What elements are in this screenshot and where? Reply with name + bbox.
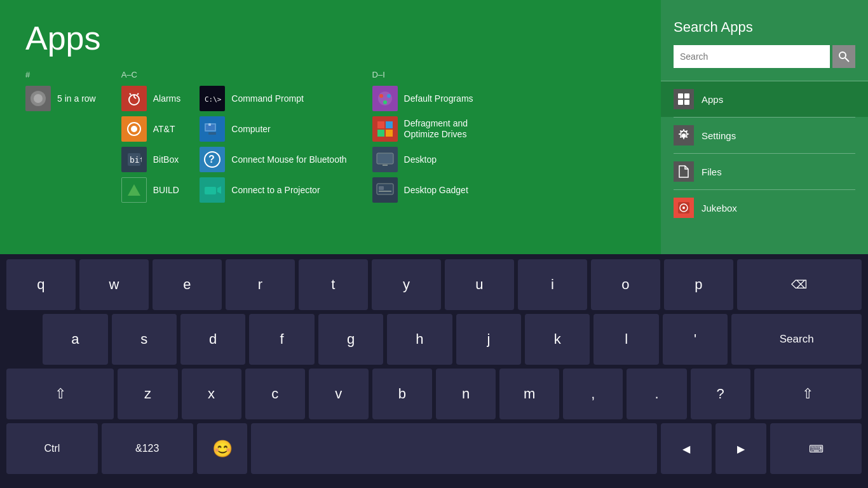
key-question[interactable]: ? — [691, 369, 750, 419]
key-z[interactable]: z — [118, 369, 177, 419]
section-hash-label: # — [25, 70, 96, 79]
key-search[interactable]: Search — [731, 314, 862, 365]
key-q[interactable]: q — [6, 259, 76, 310]
key-right[interactable]: ▶ — [715, 423, 766, 474]
key-l[interactable]: l — [593, 314, 658, 365]
app-connect-mouse-icon: ? — [200, 147, 225, 172]
category-apps-icon — [674, 89, 694, 109]
key-x[interactable]: x — [182, 369, 241, 419]
svg-text:?: ? — [208, 154, 215, 165]
category-settings[interactable]: Settings — [661, 118, 868, 153]
app-defrag[interactable]: Defragment andOptimize Drives — [372, 116, 473, 142]
key-v[interactable]: v — [309, 369, 369, 419]
key-left[interactable]: ◀ — [661, 423, 712, 474]
svg-line-36 — [845, 58, 849, 62]
app-att[interactable]: AT&T — [121, 116, 181, 142]
key-apostrophe[interactable]: ' — [663, 314, 728, 365]
app-connect-projector[interactable]: Connect to a Projector — [200, 177, 346, 203]
key-s[interactable]: s — [112, 314, 177, 365]
app-computer[interactable]: Computer — [200, 116, 346, 142]
key-backspace[interactable]: ⌫ — [737, 259, 862, 310]
section-ac: A–C Alarms AT&T — [121, 70, 347, 203]
app-bitbox[interactable]: bit BitBox — [121, 147, 181, 172]
key-r[interactable]: r — [226, 259, 295, 310]
key-shift-left[interactable]: ⇧ — [6, 369, 114, 419]
app-default-programs-label: Default Programs — [404, 93, 473, 104]
key-o[interactable]: o — [591, 259, 660, 310]
app-desktop-label: Desktop — [404, 154, 437, 165]
key-period[interactable]: . — [627, 369, 686, 419]
key-d[interactable]: d — [180, 314, 245, 365]
category-files-label: Files — [702, 166, 722, 177]
app-desktop-gadget[interactable]: Desktop Gadget — [372, 177, 473, 203]
key-j[interactable]: j — [456, 314, 521, 365]
search-input[interactable] — [674, 45, 830, 68]
page-title: Apps — [25, 19, 635, 57]
category-files-icon — [674, 161, 694, 182]
keyboard-area: q w e r t y u i o p ⌫ a s d f g h j k l … — [0, 254, 868, 488]
category-jukebox[interactable]: Jukebox — [661, 190, 868, 226]
category-files[interactable]: Files — [661, 154, 868, 189]
key-g[interactable]: g — [318, 314, 383, 365]
app-build[interactable]: BUILD — [121, 177, 181, 203]
category-apps[interactable]: Apps — [661, 81, 868, 117]
keyboard-row1: q w e r t y u i o p ⌫ — [6, 259, 862, 310]
key-t[interactable]: t — [299, 259, 368, 310]
app-default-programs[interactable]: Default Programs — [372, 86, 473, 111]
keyboard-row3: ⇧ z x c v b n m , . ? ⇧ — [6, 369, 862, 419]
key-a[interactable]: a — [43, 314, 107, 365]
svg-text:bit: bit — [130, 155, 142, 165]
key-emoji[interactable]: 😊 — [197, 423, 248, 474]
app-defrag-label: Defragment andOptimize Drives — [404, 118, 468, 140]
category-apps-label: Apps — [702, 94, 723, 105]
svg-point-23 — [387, 94, 391, 98]
key-m[interactable]: m — [499, 369, 559, 419]
section-di-items: Default Programs Defragment andOptimize … — [372, 86, 473, 203]
app-cmd-icon: C:\> — [200, 86, 225, 111]
svg-rect-40 — [684, 100, 689, 105]
app-5inrow[interactable]: 5 in a row — [25, 86, 96, 111]
apps-sections: # 5 in a row A–C — [25, 70, 635, 203]
right-panel: Search Apps Apps Settings Files — [661, 0, 868, 254]
app-alarms[interactable]: Alarms — [121, 86, 181, 111]
key-b[interactable]: b — [372, 369, 432, 419]
search-button[interactable] — [832, 45, 855, 68]
key-num[interactable]: &123 — [102, 423, 193, 474]
key-keyboard-toggle[interactable]: ⌨ — [770, 423, 862, 474]
key-p[interactable]: p — [664, 259, 733, 310]
svg-line-4 — [134, 97, 136, 98]
app-connect-projector-label: Connect to a Projector — [231, 185, 320, 196]
apps-area: Apps # 5 in a row A–C — [0, 0, 661, 254]
key-u[interactable]: u — [445, 259, 514, 310]
svg-line-5 — [130, 93, 131, 95]
key-e[interactable]: e — [153, 259, 222, 310]
key-i[interactable]: i — [518, 259, 587, 310]
app-defrag-icon — [372, 116, 398, 142]
app-default-programs-icon — [372, 86, 398, 111]
key-shift-right[interactable]: ⇧ — [754, 369, 862, 419]
key-h[interactable]: h — [387, 314, 452, 365]
svg-rect-39 — [678, 100, 683, 105]
key-n[interactable]: n — [436, 369, 496, 419]
svg-rect-19 — [205, 187, 216, 194]
svg-rect-34 — [379, 191, 391, 192]
key-y[interactable]: y — [372, 259, 441, 310]
svg-point-22 — [379, 94, 383, 98]
key-f[interactable]: f — [249, 314, 314, 365]
app-desktop[interactable]: Desktop — [372, 147, 473, 172]
section-ac-cols: Alarms AT&T bit BitBox — [121, 86, 347, 203]
app-desktop-gadget-label: Desktop Gadget — [404, 185, 468, 196]
svg-rect-29 — [377, 153, 393, 164]
svg-point-8 — [131, 126, 137, 132]
key-k[interactable]: k — [525, 314, 590, 365]
key-w[interactable]: w — [79, 259, 149, 310]
key-comma[interactable]: , — [563, 369, 623, 419]
app-cmd[interactable]: C:\> Command Prompt — [200, 86, 346, 111]
key-space[interactable] — [251, 423, 657, 474]
key-ctrl[interactable]: Ctrl — [6, 423, 98, 474]
search-box-container — [661, 45, 868, 81]
key-c[interactable]: c — [245, 369, 305, 419]
category-jukebox-label: Jukebox — [702, 203, 737, 214]
app-connect-mouse[interactable]: ? Connect Mouse for Bluetooth — [200, 147, 346, 172]
keyboard-row4: Ctrl &123 😊 ◀ ▶ ⌨ — [6, 423, 862, 474]
